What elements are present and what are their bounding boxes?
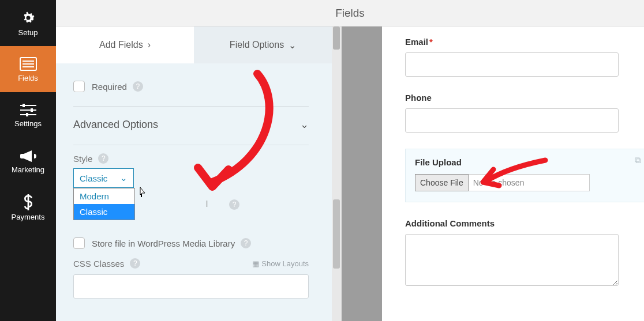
field-label: File Upload: [415, 157, 638, 167]
style-label: Style: [73, 154, 92, 164]
content: Add Fields › Field Options ⌄ Required ?: [56, 27, 644, 321]
advanced-options-toggle[interactable]: Advanced Options ⌄: [73, 115, 309, 137]
duplicate-icon[interactable]: ⧉: [635, 155, 641, 165]
list-icon: [20, 56, 37, 71]
help-icon[interactable]: ?: [229, 199, 239, 210]
store-label: Store file in WordPress Media Library: [92, 239, 235, 248]
sidebar-item-settings[interactable]: Settings: [0, 92, 56, 138]
sidebar-label: Marketing: [12, 165, 44, 174]
grid-icon: ▦: [252, 259, 259, 268]
sliders-icon: [20, 103, 36, 117]
field-label: Email: [405, 37, 428, 47]
sidebar-item-fields[interactable]: Fields: [0, 46, 56, 92]
required-mark: *: [429, 37, 433, 47]
bullhorn-icon: [20, 149, 36, 163]
chevron-down-icon: ⌄: [289, 40, 296, 51]
style-dropdown: Modern Classic: [73, 188, 135, 220]
phone-input[interactable]: [405, 108, 619, 133]
comments-textarea[interactable]: [405, 234, 619, 286]
sidebar-item-setup[interactable]: Setup: [0, 0, 56, 46]
svg-rect-5: [20, 109, 36, 111]
field-file-upload[interactable]: ⧉ File Upload Choose File No file chosen: [405, 149, 644, 202]
panel-body: Required ? Advanced Options ⌄ Style ?: [56, 63, 332, 321]
field-email: Email*: [405, 37, 627, 77]
divider: [73, 106, 309, 107]
sidebar-item-marketing[interactable]: Marketing: [0, 138, 56, 184]
css-classes-input[interactable]: [73, 274, 309, 299]
page-title: Fields: [335, 7, 365, 20]
file-status: No file chosen: [469, 174, 590, 191]
tab-field-options[interactable]: Field Options ⌄: [194, 27, 332, 63]
sidebar-item-payments[interactable]: Payments: [0, 184, 56, 231]
sidebar-label: Settings: [14, 119, 42, 128]
svg-rect-10: [141, 194, 142, 197]
help-icon[interactable]: ?: [133, 81, 143, 92]
tab-label: Add Fields: [99, 40, 143, 50]
style-option-classic[interactable]: Classic: [74, 204, 134, 220]
help-icon[interactable]: ?: [130, 258, 140, 269]
sidebar-label: Fields: [18, 74, 38, 82]
css-label: CSS Classes: [73, 259, 124, 269]
field-label: Additional Comments: [405, 218, 627, 228]
required-checkbox[interactable]: [73, 81, 85, 92]
css-classes-row: CSS Classes ? ▦ Show Layouts: [73, 249, 309, 269]
store-checkbox[interactable]: [73, 237, 85, 249]
show-layouts-link[interactable]: ▦ Show Layouts: [252, 259, 309, 268]
choose-file-button[interactable]: Choose File: [415, 174, 469, 191]
svg-rect-7: [23, 104, 25, 107]
show-layouts-label: Show Layouts: [261, 259, 309, 268]
dollar-icon: [23, 194, 33, 210]
chevron-down-icon: ⌄: [300, 118, 309, 131]
sidebar-label: Setup: [18, 28, 38, 37]
form-preview: Email* Phone ⧉ File Upload Choose File N…: [382, 27, 644, 321]
style-label-row: Style ?: [73, 153, 309, 164]
chevron-down-icon: ⌄: [120, 173, 128, 183]
file-input-row: Choose File No file chosen: [415, 174, 638, 191]
scrollbar[interactable]: [332, 27, 341, 321]
email-input[interactable]: [405, 52, 619, 77]
help-icon[interactable]: ?: [98, 153, 108, 164]
scroll-thumb-top[interactable]: [333, 27, 340, 50]
required-row: Required ?: [73, 75, 309, 98]
store-row: Store file in WordPress Media Library ?: [73, 221, 309, 249]
chevron-right-icon: ›: [148, 40, 151, 50]
sidebar: Setup Fields Settings Marketing Payments: [0, 0, 56, 321]
tab-add-fields[interactable]: Add Fields ›: [56, 27, 194, 63]
divider: [73, 145, 309, 145]
gear-icon: [20, 10, 36, 26]
field-phone: Phone: [405, 93, 627, 133]
truncated-text: l: [206, 199, 208, 209]
style-value: Classic: [80, 173, 107, 183]
field-comments: Additional Comments: [405, 218, 627, 288]
style-select[interactable]: Classic ⌄ Modern Classic: [73, 168, 134, 188]
style-option-modern[interactable]: Modern: [74, 188, 134, 204]
advanced-label: Advanced Options: [73, 119, 158, 131]
panel-tabs: Add Fields › Field Options ⌄: [56, 27, 332, 63]
field-label: Phone: [405, 93, 627, 103]
main: Fields Add Fields › Field Options ⌄: [56, 0, 644, 321]
svg-rect-9: [26, 113, 28, 116]
tab-label: Field Options: [230, 40, 284, 50]
required-label: Required: [92, 82, 127, 92]
svg-rect-8: [31, 108, 33, 112]
cursor-icon: [138, 187, 147, 201]
help-icon[interactable]: ?: [241, 238, 251, 248]
page-title-bar: Fields: [56, 0, 644, 27]
options-panel: Add Fields › Field Options ⌄ Required ?: [56, 27, 342, 321]
scroll-thumb[interactable]: [333, 199, 340, 269]
preview-gutter: [342, 27, 382, 321]
sidebar-label: Payments: [12, 213, 45, 221]
